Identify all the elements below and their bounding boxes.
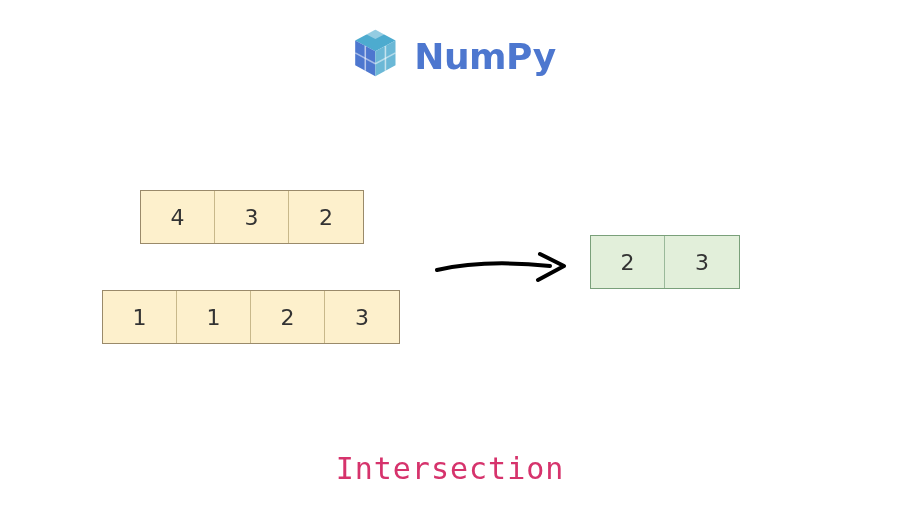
arrow-right-icon: [432, 248, 572, 288]
array-cell: 2: [591, 236, 665, 288]
array-cell: 2: [251, 291, 325, 343]
numpy-cube-icon: [344, 25, 406, 87]
input-array-a: 4 3 2: [140, 190, 364, 244]
array-cell: 4: [141, 191, 215, 243]
diagram-stage: 4 3 2 1 1 2 3 2 3: [0, 180, 900, 400]
numpy-logo: NumPy: [344, 25, 555, 87]
array-cell: 3: [665, 236, 739, 288]
array-cell: 3: [325, 291, 399, 343]
array-cell: 3: [215, 191, 289, 243]
result-array: 2 3: [590, 235, 740, 289]
array-cell: 1: [177, 291, 251, 343]
caption: Intersection: [0, 451, 900, 486]
input-array-b: 1 1 2 3: [102, 290, 400, 344]
numpy-wordmark: NumPy: [414, 36, 555, 77]
array-cell: 1: [103, 291, 177, 343]
array-cell: 2: [289, 191, 363, 243]
